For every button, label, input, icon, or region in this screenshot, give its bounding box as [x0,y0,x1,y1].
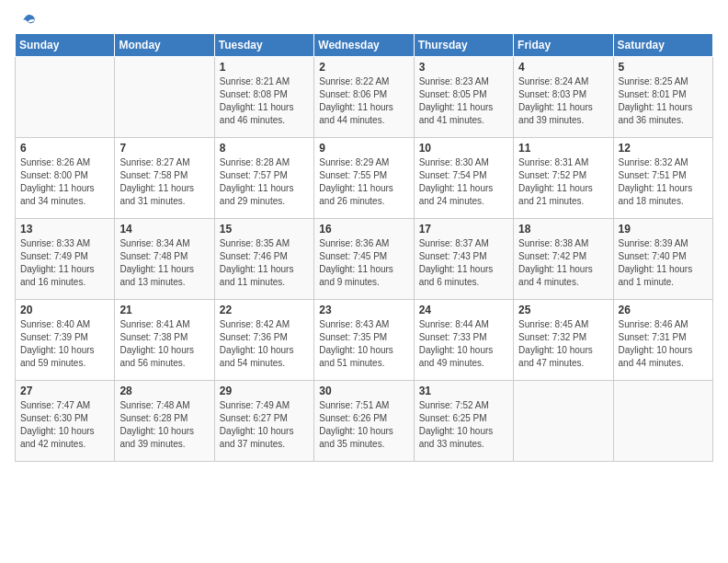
calendar-cell [613,381,712,462]
header [15,15,713,26]
calendar-cell: 13Sunrise: 8:33 AM Sunset: 7:49 PM Dayli… [16,219,115,300]
calendar-cell: 31Sunrise: 7:52 AM Sunset: 6:25 PM Dayli… [414,381,513,462]
day-number: 24 [419,304,508,316]
day-info: Sunrise: 7:52 AM Sunset: 6:25 PM Dayligh… [419,399,508,451]
day-info: Sunrise: 8:46 AM Sunset: 7:31 PM Dayligh… [619,318,708,370]
day-info: Sunrise: 8:32 AM Sunset: 7:51 PM Dayligh… [619,156,708,208]
day-number: 14 [119,223,209,236]
calendar-cell: 22Sunrise: 8:42 AM Sunset: 7:36 PM Dayli… [214,300,313,381]
week-row-3: 13Sunrise: 8:33 AM Sunset: 7:49 PM Dayli… [16,219,713,300]
day-info: Sunrise: 8:23 AM Sunset: 8:05 PM Dayligh… [419,75,508,127]
day-number: 18 [518,223,608,236]
day-number: 4 [518,61,608,74]
calendar-cell: 24Sunrise: 8:44 AM Sunset: 7:33 PM Dayli… [414,300,513,381]
day-info: Sunrise: 8:29 AM Sunset: 7:55 PM Dayligh… [319,156,408,208]
day-info: Sunrise: 7:49 AM Sunset: 6:27 PM Dayligh… [220,399,309,451]
day-info: Sunrise: 8:33 AM Sunset: 7:49 PM Dayligh… [20,237,109,289]
week-row-4: 20Sunrise: 8:40 AM Sunset: 7:39 PM Dayli… [16,300,713,381]
calendar-cell [16,57,115,138]
day-number: 29 [220,385,309,397]
day-number: 11 [518,142,608,155]
calendar-cell: 12Sunrise: 8:32 AM Sunset: 7:51 PM Dayli… [613,138,712,219]
day-number: 5 [619,61,708,74]
day-number: 25 [518,304,608,316]
day-info: Sunrise: 7:48 AM Sunset: 6:28 PM Dayligh… [119,399,209,451]
day-info: Sunrise: 8:34 AM Sunset: 7:48 PM Dayligh… [119,237,209,289]
calendar: SundayMondayTuesdayWednesdayThursdayFrid… [15,33,713,462]
week-row-2: 6Sunrise: 8:26 AM Sunset: 8:00 PM Daylig… [16,138,713,219]
day-number: 30 [319,385,408,397]
calendar-cell: 15Sunrise: 8:35 AM Sunset: 7:46 PM Dayli… [214,219,313,300]
day-info: Sunrise: 7:47 AM Sunset: 6:30 PM Dayligh… [20,399,109,451]
calendar-cell: 2Sunrise: 8:22 AM Sunset: 8:06 PM Daylig… [314,57,414,138]
day-info: Sunrise: 8:21 AM Sunset: 8:08 PM Dayligh… [220,75,309,127]
day-number: 8 [220,142,309,155]
day-number: 3 [419,61,508,74]
logo [15,15,37,26]
day-number: 19 [619,223,708,236]
day-number: 31 [419,385,508,397]
day-info: Sunrise: 8:44 AM Sunset: 7:33 PM Dayligh… [419,318,508,370]
day-info: Sunrise: 8:28 AM Sunset: 7:57 PM Dayligh… [220,156,309,208]
day-info: Sunrise: 8:42 AM Sunset: 7:36 PM Dayligh… [220,318,309,370]
calendar-cell: 16Sunrise: 8:36 AM Sunset: 7:45 PM Dayli… [314,219,414,300]
week-row-5: 27Sunrise: 7:47 AM Sunset: 6:30 PM Dayli… [16,381,713,462]
day-info: Sunrise: 8:22 AM Sunset: 8:06 PM Dayligh… [319,75,408,127]
day-info: Sunrise: 8:40 AM Sunset: 7:39 PM Dayligh… [20,318,109,370]
calendar-cell: 21Sunrise: 8:41 AM Sunset: 7:38 PM Dayli… [115,300,214,381]
day-info: Sunrise: 8:26 AM Sunset: 8:00 PM Dayligh… [20,156,109,208]
calendar-cell: 5Sunrise: 8:25 AM Sunset: 8:01 PM Daylig… [613,57,712,138]
day-info: Sunrise: 8:36 AM Sunset: 7:45 PM Dayligh… [319,237,408,289]
day-info: Sunrise: 8:45 AM Sunset: 7:32 PM Dayligh… [518,318,608,370]
day-number: 21 [119,304,209,316]
calendar-cell [514,381,613,462]
day-number: 12 [619,142,708,155]
day-number: 27 [20,385,109,397]
calendar-cell: 7Sunrise: 8:27 AM Sunset: 7:58 PM Daylig… [115,138,214,219]
day-number: 10 [419,142,508,155]
weekday-header-row: SundayMondayTuesdayWednesdayThursdayFrid… [16,34,713,57]
day-number: 17 [419,223,508,236]
calendar-cell: 11Sunrise: 8:31 AM Sunset: 7:52 PM Dayli… [514,138,613,219]
calendar-cell: 23Sunrise: 8:43 AM Sunset: 7:35 PM Dayli… [314,300,414,381]
day-info: Sunrise: 8:25 AM Sunset: 8:01 PM Dayligh… [619,75,708,127]
day-number: 1 [220,61,309,74]
weekday-header-monday: Monday [115,34,214,57]
weekday-header-sunday: Sunday [16,34,115,57]
day-info: Sunrise: 8:38 AM Sunset: 7:42 PM Dayligh… [518,237,608,289]
calendar-cell: 25Sunrise: 8:45 AM Sunset: 7:32 PM Dayli… [514,300,613,381]
day-info: Sunrise: 8:41 AM Sunset: 7:38 PM Dayligh… [119,318,209,370]
day-number: 16 [319,223,408,236]
day-info: Sunrise: 8:37 AM Sunset: 7:43 PM Dayligh… [419,237,508,289]
weekday-header-friday: Friday [514,34,613,57]
day-number: 20 [20,304,109,316]
calendar-cell: 17Sunrise: 8:37 AM Sunset: 7:43 PM Dayli… [414,219,513,300]
calendar-cell: 28Sunrise: 7:48 AM Sunset: 6:28 PM Dayli… [115,381,214,462]
day-number: 22 [220,304,309,316]
calendar-cell: 18Sunrise: 8:38 AM Sunset: 7:42 PM Dayli… [514,219,613,300]
day-info: Sunrise: 8:30 AM Sunset: 7:54 PM Dayligh… [419,156,508,208]
weekday-header-saturday: Saturday [613,34,712,57]
day-info: Sunrise: 8:24 AM Sunset: 8:03 PM Dayligh… [518,75,608,127]
day-info: Sunrise: 8:27 AM Sunset: 7:58 PM Dayligh… [119,156,209,208]
calendar-cell: 1Sunrise: 8:21 AM Sunset: 8:08 PM Daylig… [214,57,313,138]
day-number: 28 [119,385,209,397]
day-info: Sunrise: 8:43 AM Sunset: 7:35 PM Dayligh… [319,318,408,370]
day-number: 26 [619,304,708,316]
day-info: Sunrise: 8:31 AM Sunset: 7:52 PM Dayligh… [518,156,608,208]
day-info: Sunrise: 7:51 AM Sunset: 6:26 PM Dayligh… [319,399,408,451]
day-number: 23 [319,304,408,316]
calendar-cell: 3Sunrise: 8:23 AM Sunset: 8:05 PM Daylig… [414,57,513,138]
day-number: 13 [20,223,109,236]
day-info: Sunrise: 8:39 AM Sunset: 7:40 PM Dayligh… [619,237,708,289]
weekday-header-thursday: Thursday [414,34,513,57]
calendar-cell: 6Sunrise: 8:26 AM Sunset: 8:00 PM Daylig… [16,138,115,219]
calendar-cell: 29Sunrise: 7:49 AM Sunset: 6:27 PM Dayli… [214,381,313,462]
calendar-cell: 26Sunrise: 8:46 AM Sunset: 7:31 PM Dayli… [613,300,712,381]
calendar-cell: 30Sunrise: 7:51 AM Sunset: 6:26 PM Dayli… [314,381,414,462]
weekday-header-wednesday: Wednesday [314,34,414,57]
week-row-1: 1Sunrise: 8:21 AM Sunset: 8:08 PM Daylig… [16,57,713,138]
calendar-cell: 20Sunrise: 8:40 AM Sunset: 7:39 PM Dayli… [16,300,115,381]
calendar-cell [115,57,214,138]
day-number: 7 [119,142,209,155]
